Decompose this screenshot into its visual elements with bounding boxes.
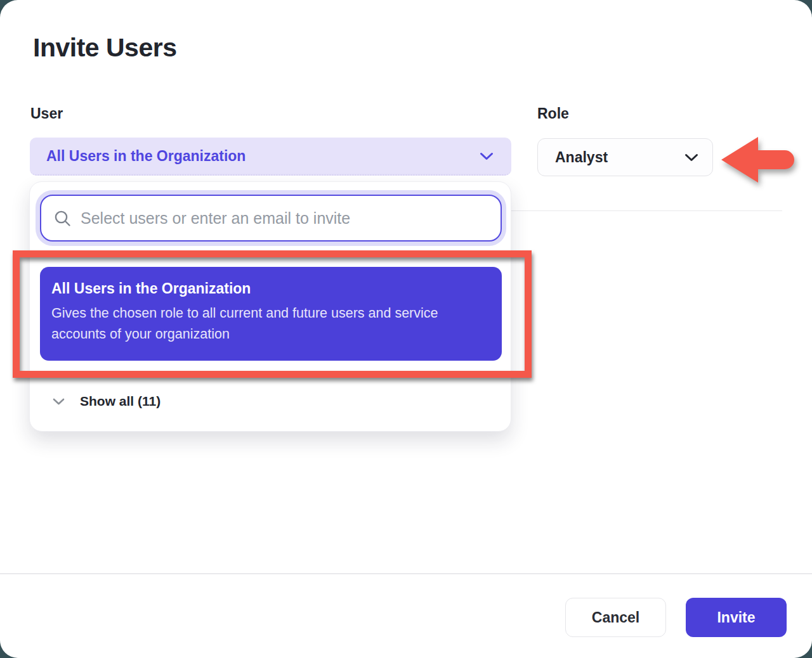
chevron-down-icon [53,398,65,405]
invite-button[interactable]: Invite [686,598,787,637]
user-select[interactable]: All Users in the Organization [30,138,511,176]
option-description: Gives the chosen role to all current and… [51,303,489,345]
role-field-label: Role [537,105,569,122]
user-search-box[interactable] [40,195,502,242]
user-dropdown-panel: All Users in the Organization Gives the … [29,181,511,432]
search-icon [54,210,71,227]
role-select[interactable]: Analyst [537,138,713,176]
user-search-input[interactable] [81,209,488,228]
cancel-button[interactable]: Cancel [565,598,666,637]
role-select-value: Analyst [555,149,684,166]
show-all-label: Show all (11) [80,394,160,409]
user-select-value: All Users in the Organization [46,148,480,165]
user-field-label: User [30,105,63,122]
invite-users-dialog: Invite Users User All Users in the Organ… [0,0,812,658]
page-backdrop: Invite Users User All Users in the Organ… [0,0,812,658]
dialog-title: Invite Users [33,33,176,63]
option-all-users[interactable]: All Users in the Organization Gives the … [40,267,502,361]
annotation-arrow-icon [721,134,796,185]
footer-divider [0,573,812,574]
show-all-toggle[interactable]: Show all (11) [30,384,511,419]
chevron-down-icon [684,153,698,162]
option-title: All Users in the Organization [51,280,489,297]
chevron-down-icon [480,152,494,160]
